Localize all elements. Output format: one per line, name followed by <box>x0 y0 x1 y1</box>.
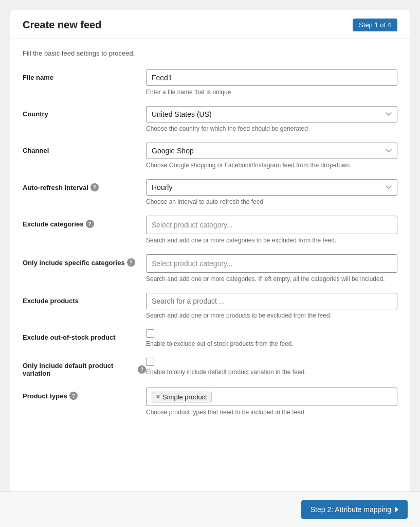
footer-bar: Step 2: Attribute mapping <box>0 491 420 527</box>
default-variation-control: Enable to only include default product v… <box>146 358 397 376</box>
channel-select[interactable]: Google Shop Facebook/Instagram <box>146 143 397 159</box>
product-types-label: Product types ? <box>23 388 146 400</box>
auto-refresh-select[interactable]: Hourly Daily Weekly <box>146 179 397 196</box>
file-name-control: Enter a file name that is unique <box>146 69 397 96</box>
product-type-tag-label: Simple product <box>162 393 207 401</box>
product-types-row: Product types ? × Simple product Choose … <box>23 388 397 416</box>
include-categories-input[interactable]: Select product category... <box>146 254 397 273</box>
auto-refresh-row: Auto-refresh interval ? Hourly Daily Wee… <box>23 179 397 205</box>
auto-refresh-help-icon[interactable]: ? <box>90 183 99 191</box>
country-row: Country United States (US) United Kingdo… <box>23 106 397 132</box>
default-variation-label: Only include default product variation ? <box>23 358 146 377</box>
channel-row: Channel Google Shop Facebook/Instagram C… <box>23 143 397 169</box>
auto-refresh-hint: Choose an interval to auto-refresh the f… <box>146 198 397 205</box>
exclude-products-hint: Search and add one or more products to b… <box>146 312 397 319</box>
exclude-oos-hint: Enable to exclude out of stock products … <box>146 340 397 347</box>
file-name-input[interactable] <box>146 69 397 86</box>
exclude-products-label: Exclude products <box>23 293 146 305</box>
product-types-hint: Choose product types that need to be inc… <box>146 409 397 416</box>
include-categories-help-icon[interactable]: ? <box>127 258 135 267</box>
exclude-categories-label: Exclude categories ? <box>23 216 146 228</box>
next-step-button[interactable]: Step 2: Attribute mapping <box>301 500 408 519</box>
exclude-categories-placeholder: Select product category... <box>152 221 233 229</box>
exclude-categories-help-icon[interactable]: ? <box>86 220 94 228</box>
include-categories-placeholder: Select product category... <box>152 259 233 268</box>
exclude-categories-input[interactable]: Select product category... <box>146 216 397 234</box>
default-variation-checkbox[interactable] <box>146 358 154 366</box>
product-type-tag-remove[interactable]: × <box>156 393 160 400</box>
exclude-oos-checkbox-wrap <box>146 329 397 338</box>
channel-hint: Choose Google shopping or Facebook/Insta… <box>146 162 397 169</box>
product-types-help-icon[interactable]: ? <box>69 392 78 400</box>
exclude-oos-checkbox[interactable] <box>146 329 154 338</box>
include-categories-hint: Search and add one or more categories. I… <box>146 275 397 283</box>
country-select[interactable]: United States (US) United Kingdom (UK) C… <box>146 106 397 122</box>
country-hint: Choose the country for which the feed sh… <box>146 125 397 132</box>
exclude-oos-row: Exclude out-of-stock product Enable to e… <box>23 329 397 347</box>
include-categories-label: Only include specific categories ? <box>23 254 146 267</box>
step-badge: Step 1 of 4 <box>353 19 397 31</box>
product-type-tag-simple: × Simple product <box>152 392 212 402</box>
product-types-control: × Simple product Choose product types th… <box>146 388 397 416</box>
chevron-right-icon <box>395 507 398 512</box>
country-label: Country <box>23 106 146 118</box>
channel-label: Channel <box>23 143 146 154</box>
exclude-categories-hint: Search and add one or more categories to… <box>146 237 397 244</box>
default-variation-hint: Enable to only include default product v… <box>146 368 397 376</box>
exclude-categories-control: Select product category... Search and ad… <box>146 216 397 244</box>
auto-refresh-control: Hourly Daily Weekly Choose an interval t… <box>146 179 397 205</box>
page-title: Create new feed <box>23 19 101 31</box>
exclude-oos-label: Exclude out-of-stock product <box>23 329 146 341</box>
next-step-label: Step 2: Attribute mapping <box>311 505 391 514</box>
country-control: United States (US) United Kingdom (UK) C… <box>146 106 397 132</box>
file-name-label: File name <box>23 69 146 81</box>
default-variation-checkbox-wrap <box>146 358 397 366</box>
exclude-categories-row: Exclude categories ? Select product cate… <box>23 216 397 244</box>
exclude-products-row: Exclude products Search and add one or m… <box>23 293 397 319</box>
file-name-row: File name Enter a file name that is uniq… <box>23 69 397 96</box>
exclude-products-control: Search and add one or more products to b… <box>146 293 397 319</box>
channel-control: Google Shop Facebook/Instagram Choose Go… <box>146 143 397 169</box>
default-variation-row: Only include default product variation ?… <box>23 358 397 377</box>
exclude-products-input[interactable] <box>146 293 397 309</box>
default-variation-help-icon[interactable]: ? <box>138 365 146 374</box>
auto-refresh-label: Auto-refresh interval ? <box>23 179 146 191</box>
exclude-oos-control: Enable to exclude out of stock products … <box>146 329 397 347</box>
include-categories-control: Select product category... Search and ad… <box>146 254 397 283</box>
form-subtitle: Fill the basic feed settings to proceed. <box>23 49 397 57</box>
file-name-hint: Enter a file name that is unique <box>146 89 397 96</box>
product-types-input[interactable]: × Simple product <box>146 388 397 406</box>
include-categories-row: Only include specific categories ? Selec… <box>23 254 397 283</box>
